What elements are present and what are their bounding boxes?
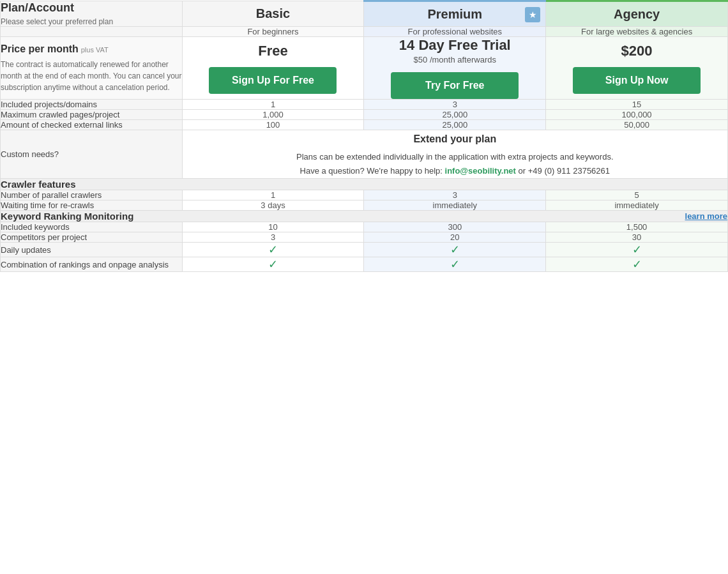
crawler-section-header: Crawler features — [1, 179, 728, 190]
combo-premium-check: ✓ — [450, 258, 460, 271]
included-keywords-label: Included keywords — [1, 222, 183, 232]
crawled-premium: 25,000 — [364, 110, 546, 120]
recrawl-premium: immediately — [364, 200, 546, 211]
premium-trial-title: 14 Day Free Trial — [364, 37, 545, 54]
price-label-cell: Price per month plus VAT The contract is… — [1, 37, 183, 100]
keyword-section-header-row: Keyword Ranking Monitoring learn more — [1, 211, 727, 222]
keyword-learn-more-link[interactable]: learn more — [685, 211, 727, 221]
competitors-basic: 3 — [182, 232, 364, 243]
extend-plan-contact: Have a question? We're happy to help: in… — [183, 164, 727, 178]
extend-plan-desc: Plans can be extended individually in th… — [183, 150, 727, 164]
combo-label: Combination of rankings and onpage analy… — [1, 257, 183, 272]
external-premium: 25,000 — [364, 120, 546, 130]
agency-header: Agency — [546, 1, 728, 27]
agency-price-value: $200 — [546, 43, 727, 59]
combo-basic: ✓ — [182, 257, 364, 272]
external-basic: 100 — [182, 120, 364, 130]
parallel-premium: 3 — [364, 190, 546, 200]
crawled-agency: 100,000 — [546, 110, 728, 120]
price-per-month-label: Price per month — [1, 43, 79, 54]
recrawl-label: Waiting time for re-crawls — [1, 200, 183, 211]
basic-price-cell: Free Sign Up For Free — [182, 37, 364, 100]
basic-subtitle: For beginners — [182, 27, 364, 37]
keyword-section-title: Keyword Ranking Monitoring — [1, 211, 133, 222]
included-keywords-agency: 1,500 — [546, 222, 728, 232]
parallel-basic: 1 — [182, 190, 364, 200]
basic-price-value: Free — [183, 43, 364, 59]
included-keywords-premium: 300 — [364, 222, 546, 232]
projects-agency: 15 — [546, 100, 728, 110]
premium-trial-sub: $50 /month afterwards — [364, 55, 545, 64]
parallel-agency: 5 — [546, 190, 728, 200]
try-free-button[interactable]: Try For Free — [391, 72, 519, 99]
combo-agency: ✓ — [546, 257, 728, 272]
basic-header: Basic — [182, 1, 364, 27]
extend-email-link[interactable]: info@seobility.net — [445, 166, 516, 176]
projects-label: Included projects/domains — [1, 100, 183, 110]
combo-basic-check: ✓ — [268, 258, 278, 271]
competitors-premium: 20 — [364, 232, 546, 243]
crawled-label: Maximum crawled pages/project — [1, 110, 183, 120]
premium-title: Premium — [364, 7, 545, 22]
premium-star-badge: ★ — [525, 7, 540, 22]
price-description: The contract is automatically renewed fo… — [1, 59, 182, 93]
plan-account-title: Plan/Account — [1, 1, 182, 15]
parallel-label: Number of parallel crawlers — [1, 190, 183, 200]
daily-premium-check: ✓ — [450, 243, 460, 256]
signup-now-button[interactable]: Sign Up Now — [573, 67, 701, 94]
included-keywords-basic: 10 — [182, 222, 364, 232]
plan-account-subtitle: Please select your preferred plan — [1, 17, 182, 26]
custom-needs-label: Custom needs? — [1, 130, 183, 179]
agency-title: Agency — [546, 7, 727, 22]
agency-subtitle: For large websites & agencies — [546, 27, 728, 37]
daily-basic-check: ✓ — [268, 243, 278, 256]
agency-price-cell: $200 Sign Up Now — [546, 37, 728, 100]
premium-subtitle: For professional websites — [364, 27, 546, 37]
external-label: Amount of checked external links — [1, 120, 183, 130]
price-vat-label: plus VAT — [81, 46, 109, 54]
extend-plan-title: Extend your plan — [183, 130, 727, 147]
crawled-basic: 1,000 — [182, 110, 364, 120]
competitors-label: Competitors per project — [1, 232, 183, 243]
daily-updates-label: Daily updates — [1, 243, 183, 257]
basic-title: Basic — [183, 6, 364, 21]
premium-header: ★ Premium — [364, 1, 546, 27]
signup-free-button[interactable]: Sign Up For Free — [209, 67, 337, 94]
extend-plan-cell: Extend your plan Plans can be extended i… — [182, 130, 727, 179]
plan-account-header: Plan/Account Please select your preferre… — [1, 1, 183, 27]
competitors-agency: 30 — [546, 232, 728, 243]
projects-premium: 3 — [364, 100, 546, 110]
daily-updates-basic: ✓ — [182, 243, 364, 257]
projects-basic: 1 — [182, 100, 364, 110]
daily-updates-premium: ✓ — [364, 243, 546, 257]
external-agency: 50,000 — [546, 120, 728, 130]
daily-updates-agency: ✓ — [546, 243, 728, 257]
recrawl-agency: immediately — [546, 200, 728, 211]
combo-agency-check: ✓ — [632, 258, 642, 271]
premium-price-cell: 14 Day Free Trial $50 /month afterwards … — [364, 37, 546, 100]
combo-premium: ✓ — [364, 257, 546, 272]
daily-agency-check: ✓ — [632, 243, 642, 256]
keyword-section-header: Keyword Ranking Monitoring learn more — [1, 211, 728, 222]
recrawl-basic: 3 days — [182, 200, 364, 211]
